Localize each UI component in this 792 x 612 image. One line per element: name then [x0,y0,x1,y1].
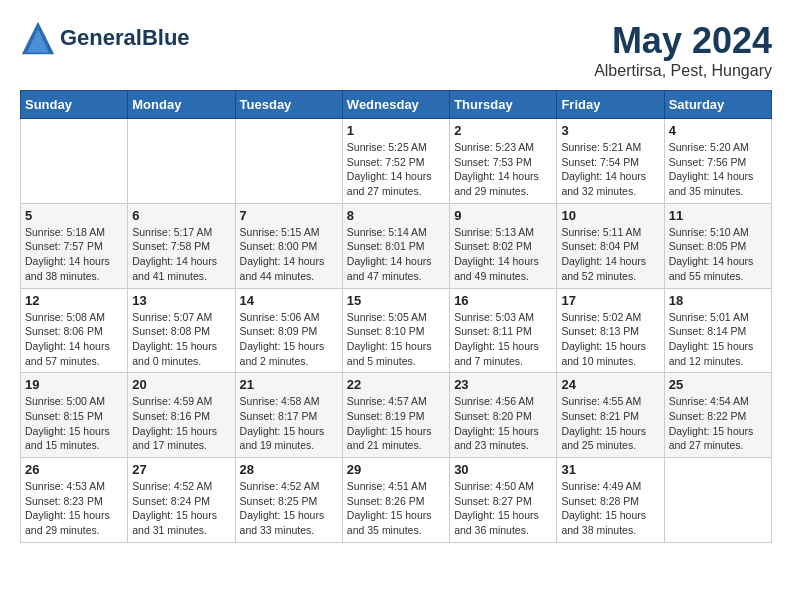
calendar-cell: 26Sunrise: 4:53 AMSunset: 8:23 PMDayligh… [21,458,128,543]
day-of-week-header: Friday [557,91,664,119]
calendar-cell [235,119,342,204]
calendar-cell: 13Sunrise: 5:07 AMSunset: 8:08 PMDayligh… [128,288,235,373]
day-info: Sunrise: 4:49 AMSunset: 8:28 PMDaylight:… [561,479,659,538]
day-info: Sunrise: 5:05 AMSunset: 8:10 PMDaylight:… [347,310,445,369]
calendar-cell: 22Sunrise: 4:57 AMSunset: 8:19 PMDayligh… [342,373,449,458]
day-of-week-header: Sunday [21,91,128,119]
calendar-cell: 15Sunrise: 5:05 AMSunset: 8:10 PMDayligh… [342,288,449,373]
day-info: Sunrise: 5:08 AMSunset: 8:06 PMDaylight:… [25,310,123,369]
day-info: Sunrise: 4:50 AMSunset: 8:27 PMDaylight:… [454,479,552,538]
calendar-cell: 31Sunrise: 4:49 AMSunset: 8:28 PMDayligh… [557,458,664,543]
day-of-week-header: Monday [128,91,235,119]
calendar-table: SundayMondayTuesdayWednesdayThursdayFrid… [20,90,772,543]
day-number: 8 [347,208,445,223]
day-number: 29 [347,462,445,477]
calendar-cell: 16Sunrise: 5:03 AMSunset: 8:11 PMDayligh… [450,288,557,373]
day-number: 25 [669,377,767,392]
day-of-week-header: Tuesday [235,91,342,119]
calendar-cell: 18Sunrise: 5:01 AMSunset: 8:14 PMDayligh… [664,288,771,373]
calendar-cell: 20Sunrise: 4:59 AMSunset: 8:16 PMDayligh… [128,373,235,458]
title-area: May 2024 Albertirsa, Pest, Hungary [594,20,772,80]
calendar-cell [21,119,128,204]
day-number: 10 [561,208,659,223]
logo: GeneralBlue [20,20,190,56]
calendar-cell: 10Sunrise: 5:11 AMSunset: 8:04 PMDayligh… [557,203,664,288]
day-info: Sunrise: 5:17 AMSunset: 7:58 PMDaylight:… [132,225,230,284]
calendar-week-row: 19Sunrise: 5:00 AMSunset: 8:15 PMDayligh… [21,373,772,458]
day-number: 23 [454,377,552,392]
calendar-cell: 3Sunrise: 5:21 AMSunset: 7:54 PMDaylight… [557,119,664,204]
calendar-cell: 27Sunrise: 4:52 AMSunset: 8:24 PMDayligh… [128,458,235,543]
day-number: 3 [561,123,659,138]
day-info: Sunrise: 4:51 AMSunset: 8:26 PMDaylight:… [347,479,445,538]
calendar-cell: 2Sunrise: 5:23 AMSunset: 7:53 PMDaylight… [450,119,557,204]
day-info: Sunrise: 5:13 AMSunset: 8:02 PMDaylight:… [454,225,552,284]
calendar-cell [664,458,771,543]
calendar-week-row: 26Sunrise: 4:53 AMSunset: 8:23 PMDayligh… [21,458,772,543]
day-info: Sunrise: 5:06 AMSunset: 8:09 PMDaylight:… [240,310,338,369]
calendar-cell: 7Sunrise: 5:15 AMSunset: 8:00 PMDaylight… [235,203,342,288]
day-info: Sunrise: 5:07 AMSunset: 8:08 PMDaylight:… [132,310,230,369]
calendar-week-row: 12Sunrise: 5:08 AMSunset: 8:06 PMDayligh… [21,288,772,373]
calendar-cell: 29Sunrise: 4:51 AMSunset: 8:26 PMDayligh… [342,458,449,543]
header: GeneralBlue May 2024 Albertirsa, Pest, H… [20,20,772,80]
day-info: Sunrise: 4:53 AMSunset: 8:23 PMDaylight:… [25,479,123,538]
day-number: 30 [454,462,552,477]
day-number: 28 [240,462,338,477]
day-info: Sunrise: 5:01 AMSunset: 8:14 PMDaylight:… [669,310,767,369]
day-number: 31 [561,462,659,477]
day-info: Sunrise: 4:59 AMSunset: 8:16 PMDaylight:… [132,394,230,453]
calendar-cell: 30Sunrise: 4:50 AMSunset: 8:27 PMDayligh… [450,458,557,543]
day-number: 5 [25,208,123,223]
calendar-cell: 9Sunrise: 5:13 AMSunset: 8:02 PMDaylight… [450,203,557,288]
day-number: 24 [561,377,659,392]
day-number: 21 [240,377,338,392]
day-info: Sunrise: 4:52 AMSunset: 8:24 PMDaylight:… [132,479,230,538]
day-info: Sunrise: 5:00 AMSunset: 8:15 PMDaylight:… [25,394,123,453]
calendar-cell: 21Sunrise: 4:58 AMSunset: 8:17 PMDayligh… [235,373,342,458]
day-number: 20 [132,377,230,392]
day-info: Sunrise: 4:54 AMSunset: 8:22 PMDaylight:… [669,394,767,453]
logo-icon [20,20,56,56]
day-number: 13 [132,293,230,308]
day-info: Sunrise: 4:52 AMSunset: 8:25 PMDaylight:… [240,479,338,538]
day-number: 22 [347,377,445,392]
day-number: 14 [240,293,338,308]
calendar-cell [128,119,235,204]
location-title: Albertirsa, Pest, Hungary [594,62,772,80]
day-info: Sunrise: 5:25 AMSunset: 7:52 PMDaylight:… [347,140,445,199]
day-number: 18 [669,293,767,308]
day-info: Sunrise: 5:21 AMSunset: 7:54 PMDaylight:… [561,140,659,199]
day-number: 11 [669,208,767,223]
day-number: 7 [240,208,338,223]
day-of-week-header: Wednesday [342,91,449,119]
calendar-body: 1Sunrise: 5:25 AMSunset: 7:52 PMDaylight… [21,119,772,543]
day-info: Sunrise: 4:55 AMSunset: 8:21 PMDaylight:… [561,394,659,453]
day-number: 19 [25,377,123,392]
app-name: GeneralBlue [60,26,190,50]
day-number: 15 [347,293,445,308]
calendar-cell: 28Sunrise: 4:52 AMSunset: 8:25 PMDayligh… [235,458,342,543]
day-info: Sunrise: 5:23 AMSunset: 7:53 PMDaylight:… [454,140,552,199]
day-info: Sunrise: 4:58 AMSunset: 8:17 PMDaylight:… [240,394,338,453]
day-number: 16 [454,293,552,308]
day-info: Sunrise: 5:18 AMSunset: 7:57 PMDaylight:… [25,225,123,284]
day-number: 6 [132,208,230,223]
day-number: 12 [25,293,123,308]
calendar-cell: 23Sunrise: 4:56 AMSunset: 8:20 PMDayligh… [450,373,557,458]
day-number: 4 [669,123,767,138]
day-info: Sunrise: 4:57 AMSunset: 8:19 PMDaylight:… [347,394,445,453]
day-info: Sunrise: 5:14 AMSunset: 8:01 PMDaylight:… [347,225,445,284]
day-info: Sunrise: 5:20 AMSunset: 7:56 PMDaylight:… [669,140,767,199]
day-number: 9 [454,208,552,223]
day-number: 2 [454,123,552,138]
calendar-cell: 11Sunrise: 5:10 AMSunset: 8:05 PMDayligh… [664,203,771,288]
calendar-header-row: SundayMondayTuesdayWednesdayThursdayFrid… [21,91,772,119]
calendar-cell: 5Sunrise: 5:18 AMSunset: 7:57 PMDaylight… [21,203,128,288]
day-number: 27 [132,462,230,477]
calendar-cell: 25Sunrise: 4:54 AMSunset: 8:22 PMDayligh… [664,373,771,458]
day-info: Sunrise: 5:11 AMSunset: 8:04 PMDaylight:… [561,225,659,284]
day-info: Sunrise: 5:03 AMSunset: 8:11 PMDaylight:… [454,310,552,369]
day-number: 1 [347,123,445,138]
month-title: May 2024 [594,20,772,62]
